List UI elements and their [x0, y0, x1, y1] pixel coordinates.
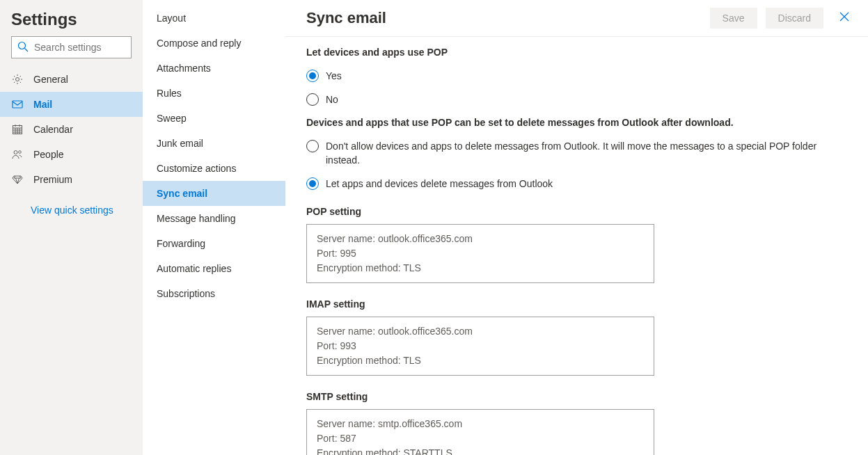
mail-subnav: Layout Compose and reply Attachments Rul… [143, 0, 285, 455]
svg-rect-3 [13, 101, 22, 108]
subnav-layout[interactable]: Layout [143, 6, 285, 31]
smtp-setting-box: Server name: smtp.office365.com Port: 58… [306, 409, 654, 455]
imap-setting-box: Server name: outlook.office365.com Port:… [306, 317, 654, 376]
imap-server: Server name: outlook.office365.com [317, 324, 644, 339]
nav-label: Calendar [33, 124, 73, 135]
page-title: Sync email [306, 9, 702, 27]
radio-label: Don't allow devices and apps to delete m… [326, 139, 827, 168]
nav-mail[interactable]: Mail [0, 92, 143, 117]
content-scroll[interactable]: Let devices and apps use POP Yes No Devi… [285, 37, 868, 455]
subnav-automatic-replies[interactable]: Automatic replies [143, 256, 285, 281]
settings-sidebar: Settings General Mail Calendar [0, 0, 143, 455]
subnav-junk-email[interactable]: Junk email [143, 131, 285, 156]
radio-label: No [326, 93, 338, 106]
pop-setting-box: Server name: outlook.office365.com Port:… [306, 224, 654, 283]
subnav-rules[interactable]: Rules [143, 81, 285, 106]
pop-port: Port: 995 [317, 246, 644, 261]
close-icon [839, 11, 850, 26]
pop-encryption: Encryption method: TLS [317, 261, 644, 276]
nav-label: Mail [33, 99, 52, 110]
nav-premium[interactable]: Premium [0, 167, 143, 192]
svg-line-1 [25, 48, 29, 51]
nav-label: General [33, 74, 68, 85]
mail-subnav-list: Layout Compose and reply Attachments Rul… [143, 6, 285, 306]
smtp-port: Port: 587 [317, 431, 644, 446]
radio-icon [306, 70, 319, 82]
nav-label: People [33, 149, 64, 160]
smtp-server: Server name: smtp.office365.com [317, 417, 644, 431]
nav-people[interactable]: People [0, 142, 143, 167]
delete-allow-radio[interactable]: Let apps and devices delete messages fro… [306, 177, 847, 191]
settings-nav: General Mail Calendar People Premium [0, 67, 143, 192]
smtp-encryption: Encryption method: STARTTLS [317, 446, 644, 455]
main-header: Sync email Save Discard [285, 0, 868, 36]
svg-point-14 [19, 151, 22, 154]
imap-setting-heading: IMAP setting [306, 298, 847, 310]
subnav-sync-email[interactable]: Sync email [143, 181, 285, 206]
subnav-forwarding[interactable]: Forwarding [143, 231, 285, 256]
settings-title: Settings [0, 6, 143, 36]
gear-icon [11, 73, 24, 86]
radio-icon [306, 93, 319, 106]
pop-no-radio[interactable]: No [306, 93, 847, 106]
pop-yes-radio[interactable]: Yes [306, 69, 847, 83]
subnav-compose-reply[interactable]: Compose and reply [143, 31, 285, 56]
mail-icon [11, 98, 24, 111]
radio-label: Yes [326, 69, 342, 83]
radio-label: Let apps and devices delete messages fro… [326, 177, 553, 191]
pop-setting-heading: POP setting [306, 206, 847, 217]
search-input[interactable] [34, 42, 125, 53]
search-wrap [0, 36, 143, 67]
discard-button[interactable]: Discard [766, 8, 823, 29]
view-quick-settings-link[interactable]: View quick settings [0, 192, 143, 216]
imap-port: Port: 993 [317, 339, 644, 353]
save-button[interactable]: Save [710, 8, 757, 29]
delete-disallow-radio[interactable]: Don't allow devices and apps to delete m… [306, 139, 847, 168]
nav-calendar[interactable]: Calendar [0, 117, 143, 142]
subnav-sweep[interactable]: Sweep [143, 106, 285, 131]
svg-point-2 [16, 78, 19, 81]
svg-point-0 [19, 42, 26, 49]
diamond-icon [11, 173, 24, 186]
svg-point-13 [14, 151, 17, 154]
search-icon [17, 41, 34, 54]
people-icon [11, 148, 24, 161]
subnav-message-handling[interactable]: Message handling [143, 206, 285, 231]
subnav-subscriptions[interactable]: Subscriptions [143, 281, 285, 306]
nav-general[interactable]: General [0, 67, 143, 92]
smtp-setting-heading: SMTP setting [306, 391, 847, 402]
close-button[interactable] [832, 6, 857, 31]
imap-encryption: Encryption method: TLS [317, 353, 644, 368]
subnav-customize-actions[interactable]: Customize actions [143, 156, 285, 181]
main-panel: Sync email Save Discard Let devices and … [285, 0, 868, 455]
pop-delete-help: Devices and apps that use POP can be set… [306, 117, 847, 128]
pop-server: Server name: outlook.office365.com [317, 232, 644, 246]
calendar-icon [11, 123, 24, 136]
pop-enable-label: Let devices and apps use POP [306, 47, 847, 58]
nav-label: Premium [33, 174, 72, 185]
search-box[interactable] [11, 36, 132, 58]
radio-icon [306, 177, 319, 190]
subnav-attachments[interactable]: Attachments [143, 56, 285, 81]
radio-icon [306, 140, 319, 152]
